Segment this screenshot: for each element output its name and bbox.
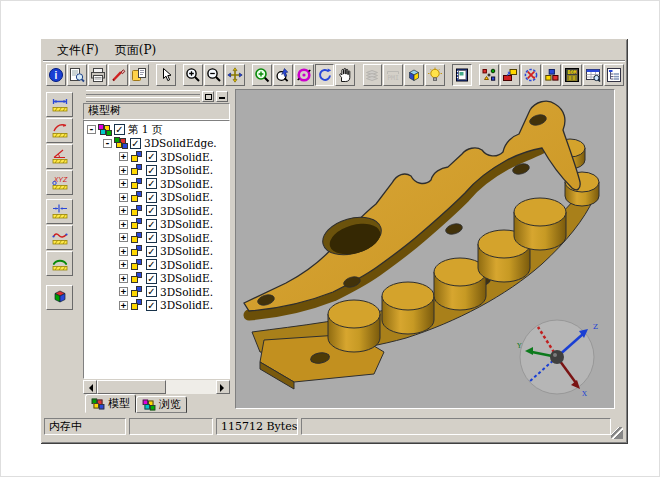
node-label: 3DSolidE.: [160, 245, 213, 257]
print-button[interactable]: [88, 64, 108, 86]
tab-browse[interactable]: 浏览: [136, 396, 187, 413]
linear-dimension-button[interactable]: [46, 92, 73, 117]
expand-toggle[interactable]: +: [119, 260, 128, 269]
radius-dimension-button[interactable]: [46, 118, 73, 143]
model-tree[interactable]: - ✓ 第 1 页 - ✓ 3DSolidEdge. + ✓ 3DSolidE.: [83, 120, 230, 379]
toolbar-gap: [46, 277, 74, 285]
node-checkbox[interactable]: ✓: [146, 165, 157, 176]
node-checkbox[interactable]: ✓: [146, 259, 157, 270]
render-mode-button[interactable]: [404, 64, 424, 86]
tree-row[interactable]: - ✓ 第 1 页: [86, 123, 229, 137]
notebook-button[interactable]: [452, 64, 472, 86]
select-button[interactable]: [156, 64, 176, 86]
menu-file[interactable]: 文件(F): [49, 41, 107, 60]
update-sync-button[interactable]: [521, 64, 541, 86]
node-checkbox[interactable]: ✓: [130, 138, 141, 149]
expand-toggle[interactable]: -: [87, 125, 96, 134]
curve-dimension-button[interactable]: [46, 225, 73, 250]
markup-button[interactable]: [108, 64, 128, 86]
expand-toggle[interactable]: -: [103, 139, 112, 148]
node-checkbox[interactable]: ✓: [146, 151, 157, 162]
tree-structure-button[interactable]: [604, 64, 624, 86]
bom-button[interactable]: BOM: [562, 64, 582, 86]
tree-row[interactable]: + ✓ 3DSolidE.: [86, 150, 229, 164]
zoom-window-button[interactable]: [252, 64, 272, 86]
explode-view-button[interactable]: [479, 64, 499, 86]
scrollbar-track[interactable]: [97, 380, 216, 394]
expand-toggle[interactable]: +: [119, 247, 128, 256]
solid-properties-button[interactable]: [46, 285, 73, 310]
tree-row[interactable]: + ✓ 3DSolidE.: [86, 204, 229, 218]
node-checkbox[interactable]: ✓: [146, 286, 157, 297]
info-button[interactable]: i: [46, 64, 66, 86]
node-checkbox[interactable]: ✓: [146, 232, 157, 243]
viewport-3d[interactable]: Z X Y: [235, 89, 615, 409]
scroll-right-button[interactable]: [216, 380, 230, 394]
node-checkbox[interactable]: ✓: [146, 246, 157, 257]
rotate-3d-button[interactable]: [315, 64, 335, 86]
coordinate-dimension-button[interactable]: XYZ: [46, 170, 73, 195]
tree-row[interactable]: + ✓ 3DSolidE.: [86, 177, 229, 191]
node-checkbox[interactable]: ✓: [146, 205, 157, 216]
node-checkbox[interactable]: ✓: [146, 178, 157, 189]
tree-row[interactable]: + ✓ 3DSolidE.: [86, 245, 229, 259]
panel-float-button[interactable]: [202, 91, 214, 102]
lighting-button[interactable]: [425, 64, 445, 86]
assembly-button[interactable]: [542, 64, 562, 86]
tree-row[interactable]: + ✓ 3DSolidE.: [86, 218, 229, 232]
angle-dimension-button[interactable]: [46, 144, 73, 169]
tab-model[interactable]: 模型: [85, 394, 136, 413]
expand-toggle[interactable]: +: [119, 287, 128, 296]
node-checkbox[interactable]: ✓: [146, 300, 157, 311]
panel-title: 模型树: [83, 103, 230, 120]
orbit-button[interactable]: [294, 64, 314, 86]
node-label: 3DSolidE.: [160, 299, 213, 311]
zoom-in-button[interactable]: [183, 64, 203, 86]
panel-drag-grip[interactable]: [86, 90, 200, 102]
expand-toggle[interactable]: +: [119, 301, 128, 310]
tree-row[interactable]: + ✓ 3DSolidE.: [86, 191, 229, 205]
expand-toggle[interactable]: +: [119, 152, 128, 161]
tree-row[interactable]: + ✓ 3DSolidE.: [86, 285, 229, 299]
export-pages-button[interactable]: [129, 64, 149, 86]
layers-button[interactable]: [363, 64, 383, 86]
menu-page[interactable]: 页面(P): [107, 41, 164, 60]
expand-toggle[interactable]: +: [119, 274, 128, 283]
node-label: 3DSolidE.: [160, 164, 213, 176]
scroll-left-button[interactable]: [83, 380, 97, 394]
print-preview-button[interactable]: [67, 64, 87, 86]
tree-row[interactable]: - ✓ 3DSolidEdge.: [86, 137, 229, 151]
tree-row[interactable]: + ✓ 3DSolidE.: [86, 164, 229, 178]
pan-button[interactable]: [225, 64, 245, 86]
expand-toggle[interactable]: +: [119, 220, 128, 229]
3d-model-canvas[interactable]: Z X Y: [236, 90, 614, 408]
pmi-button[interactable]: PMI: [383, 64, 403, 86]
expand-toggle[interactable]: +: [119, 193, 128, 202]
expand-toggle[interactable]: +: [119, 166, 128, 175]
tree-row[interactable]: + ✓ 3DSolidE.: [86, 231, 229, 245]
angle-dimension-icon: [51, 146, 69, 167]
expand-toggle[interactable]: +: [119, 206, 128, 215]
resize-grip[interactable]: [611, 427, 623, 439]
scrollbar-thumb[interactable]: [97, 380, 166, 394]
arc-dimension-button[interactable]: [46, 251, 73, 276]
node-checkbox[interactable]: ✓: [146, 192, 157, 203]
table-view-button[interactable]: [583, 64, 603, 86]
panel-hide-button[interactable]: [216, 91, 228, 102]
presentation-button[interactable]: [500, 64, 520, 86]
tree-row[interactable]: + ✓ 3DSolidE.: [86, 258, 229, 272]
gizmo-y-label: Y: [516, 342, 522, 350]
pan-hand-button[interactable]: [335, 64, 355, 86]
expand-toggle[interactable]: +: [119, 233, 128, 242]
node-checkbox[interactable]: ✓: [146, 273, 157, 284]
distance-dimension-button[interactable]: [46, 199, 73, 224]
layers-icon: [364, 67, 380, 83]
bom-icon: BOM: [564, 67, 580, 83]
tree-row[interactable]: + ✓ 3DSolidE.: [86, 299, 229, 313]
zoom-out-button[interactable]: [204, 64, 224, 86]
node-checkbox[interactable]: ✓: [146, 219, 157, 230]
tree-row[interactable]: + ✓ 3DSolidE.: [86, 272, 229, 286]
expand-toggle[interactable]: +: [119, 179, 128, 188]
zoom-dynamic-button[interactable]: [273, 64, 293, 86]
node-checkbox[interactable]: ✓: [114, 124, 125, 135]
